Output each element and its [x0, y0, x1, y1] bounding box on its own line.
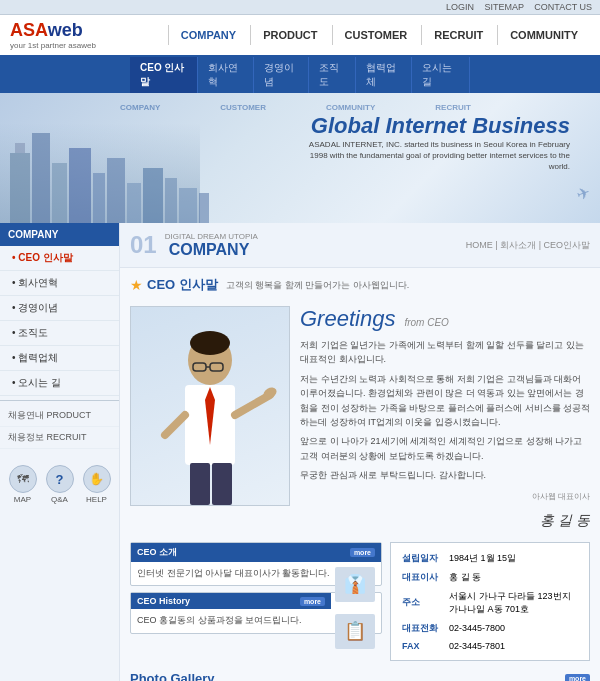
- sidebar-item-history[interactable]: • 회사연혁: [0, 271, 119, 296]
- login-link[interactable]: LOGIN: [446, 2, 474, 12]
- svg-rect-11: [199, 193, 209, 223]
- ceo-history-desc: CEO 홍길동의 상품과정을 보여드립니다.: [137, 615, 302, 625]
- detail-label-phone: 대표전화: [398, 620, 443, 637]
- map-button[interactable]: 🗺 MAP: [9, 465, 37, 504]
- main-nav: COMPANY PRODUCT CUSTOMER RECRUIT COMMUNI…: [130, 25, 600, 45]
- hero-tag-customer: CUSTOMER: [220, 103, 266, 112]
- greeting-signature-title: 아사웹 대표이사: [300, 491, 590, 502]
- sidebar-icon-row: 🗺 MAP ? Q&A ✋ HELP: [0, 457, 119, 512]
- ceo-history-title: CEO History: [137, 596, 190, 606]
- sidebar-sub-recruit[interactable]: 채용정보 RECRUIT: [0, 427, 119, 449]
- greeting-paragraph-1: 저희 기업은 일년가는 가족에게 노력부터 함께 일할 선두를 달리고 있는 대…: [300, 338, 590, 367]
- gallery-title-text: Photo Gallery: [130, 671, 215, 681]
- hero-tags: COMPANY CUSTOMER COMMUNITY RECRUIT: [120, 103, 471, 112]
- map-icon: 🗺: [9, 465, 37, 493]
- detail-value-address: 서울시 가나구 다라들 123번지 가나나일 A동 701호: [445, 588, 582, 618]
- detail-label-ceo: 대표이사: [398, 569, 443, 586]
- ceo-history-header: CEO History more: [131, 593, 331, 609]
- sidebar: COMPANY • CEO 인사말 • 회사연혁 • 경영이념 • 조직도 • …: [0, 223, 120, 681]
- svg-rect-10: [179, 188, 197, 223]
- ceo-history-img: 📋: [335, 614, 375, 649]
- logo-subtitle: your 1st partner asaweb: [10, 41, 130, 50]
- greeting-signature: 홍 길 동: [300, 512, 590, 530]
- sidebar-item-org[interactable]: • 조직도: [0, 321, 119, 346]
- sidebar-item-ceo[interactable]: • CEO 인사말: [0, 246, 119, 271]
- svg-rect-2: [32, 133, 50, 223]
- ceo-photo: [130, 306, 290, 506]
- ceo-section: Greetings from CEO 저희 기업은 일년가는 가족에게 노력부터…: [120, 298, 600, 538]
- ceo-profile-desc: 인터넷 전문기업 아사달 대표이사가 활동합니다.: [137, 568, 330, 578]
- greeting-paragraph-4: 무궁한 관심과 새로 부탁드립니다. 감사합니다.: [300, 468, 590, 482]
- ceo-profile-title: CEO 소개: [137, 546, 177, 559]
- gallery-section: Photo Gallery more ❮ 👥 아사웹 CEO gall. 🤝 아…: [120, 665, 600, 681]
- ceo-bottom-row: CEO 소개 more 👔 인터넷 전문기업 아사달 대표이사가 활동합니다. …: [120, 538, 600, 665]
- nav-community[interactable]: COMMUNITY: [497, 25, 590, 45]
- sidebar-item-philosophy[interactable]: • 경영이념: [0, 296, 119, 321]
- logo-text: ASAASAwebweb: [10, 20, 130, 41]
- svg-rect-8: [143, 168, 163, 223]
- svg-rect-7: [127, 183, 141, 223]
- detail-value-fax: 02-3445-7801: [445, 639, 582, 653]
- qa-button[interactable]: ? Q&A: [46, 465, 74, 504]
- ceo-profile-img: 👔: [335, 567, 375, 602]
- ceo-profile-more[interactable]: more: [350, 548, 375, 557]
- subnav-history[interactable]: 회사연혁: [198, 57, 254, 93]
- hero-tag-company: COMPANY: [120, 103, 160, 112]
- sidebar-item-directions[interactable]: • 오시는 길: [0, 371, 119, 396]
- section-bullet: ★: [130, 277, 143, 293]
- content-area: COMPANY • CEO 인사말 • 회사연혁 • 경영이념 • 조직도 • …: [0, 223, 600, 681]
- detail-label-fax: FAX: [398, 639, 443, 653]
- svg-rect-9: [165, 178, 177, 223]
- top-bar: LOGIN SITEMAP CONTACT US: [0, 0, 600, 15]
- greeting-paragraph-3: 앞으로 이 나아가 21세기에 세계적인 세계적인 기업으로 성장해 나가고 고…: [300, 434, 590, 463]
- help-icon: ✋: [83, 465, 111, 493]
- breadcrumb: HOME | 회사소개 | CEO인사말: [466, 239, 590, 252]
- gallery-title-bar: Photo Gallery more: [130, 671, 590, 681]
- sidebar-item-partner[interactable]: • 협력업체: [0, 346, 119, 371]
- nav-recruit[interactable]: RECRUIT: [421, 25, 495, 45]
- airplane-icon: ✈: [574, 182, 593, 204]
- hero-description: ASADAL INTERNET, INC. started its busine…: [290, 139, 570, 173]
- svg-line-21: [165, 415, 185, 435]
- sidebar-title: COMPANY: [0, 223, 119, 246]
- ceo-history-more[interactable]: more: [300, 597, 325, 606]
- sidebar-divider: [0, 400, 119, 401]
- svg-point-18: [190, 331, 230, 355]
- section-title-bar: ★ CEO 인사말 고객의 행복을 함께 만들어가는 아사웹입니다.: [120, 268, 600, 298]
- nav-customer[interactable]: CUSTOMER: [332, 25, 420, 45]
- subnav-directions[interactable]: 오시는 길: [412, 57, 470, 93]
- section-subtitle: 고객의 행복을 함께 만들어가는 아사웹입니다.: [226, 279, 410, 292]
- page-title: COMPANY: [169, 241, 258, 259]
- svg-rect-22: [190, 463, 210, 505]
- detail-label-address: 주소: [398, 588, 443, 618]
- nav-company[interactable]: COMPANY: [168, 25, 248, 45]
- gallery-more-button[interactable]: more: [565, 674, 590, 681]
- map-label: MAP: [14, 495, 31, 504]
- subnav-ceo[interactable]: CEO 인사말: [130, 57, 198, 93]
- svg-rect-3: [52, 163, 67, 223]
- ceo-profile-box: CEO 소개 more 👔 인터넷 전문기업 아사달 대표이사가 활동합니다.: [130, 542, 382, 587]
- help-button[interactable]: ✋ HELP: [83, 465, 111, 504]
- hero-banner: COMPANY CUSTOMER COMMUNITY RECRUIT Globa…: [0, 93, 600, 223]
- section-title: CEO 인사말: [147, 276, 218, 294]
- qa-label: Q&A: [51, 495, 68, 504]
- sitemap-link[interactable]: SITEMAP: [484, 2, 523, 12]
- svg-rect-4: [69, 148, 91, 223]
- ceo-greeting: Greetings from CEO 저희 기업은 일년가는 가족에게 노력부터…: [300, 306, 590, 530]
- svg-rect-5: [93, 173, 105, 223]
- company-details-box: 설립일자 1984년 1월 15일 대표이사 홍 길 동 주소 서울시 가나구 …: [390, 542, 590, 661]
- ceo-history-body: 📋 CEO 홍길동의 상품과정을 보여드립니다.: [131, 609, 381, 633]
- sidebar-sub-product[interactable]: 채용연내 PRODUCT: [0, 405, 119, 427]
- greeting-title: Greetings: [300, 306, 395, 331]
- subnav-philosophy[interactable]: 경영이념: [254, 57, 310, 93]
- subnav-org[interactable]: 조직도: [309, 57, 356, 93]
- contact-link[interactable]: CONTACT US: [534, 2, 592, 12]
- subnav-partner[interactable]: 협력업체: [356, 57, 412, 93]
- nav-product[interactable]: PRODUCT: [250, 25, 329, 45]
- ceo-profile-body: 👔 인터넷 전문기업 아사달 대표이사가 활동합니다.: [131, 562, 381, 586]
- table-row: FAX 02-3445-7801: [398, 639, 582, 653]
- svg-line-19: [235, 395, 270, 415]
- ceo-person-svg: [140, 315, 280, 505]
- detail-value-founding: 1984년 1월 15일: [445, 550, 582, 567]
- city-skyline: [0, 113, 220, 223]
